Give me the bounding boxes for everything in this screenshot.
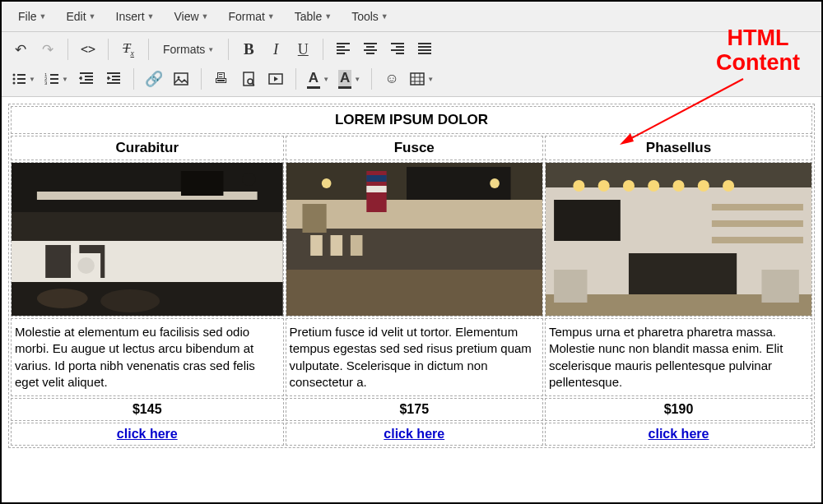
price-cell[interactable]: $190 bbox=[545, 398, 812, 421]
content-table[interactable]: LOREM IPSUM DOLOR Curabitur Fusce Phasel… bbox=[8, 104, 815, 448]
menu-insert[interactable]: Insert▼ bbox=[106, 5, 165, 28]
align-left-icon bbox=[336, 42, 351, 57]
price-cell[interactable]: $145 bbox=[11, 398, 284, 421]
source-code-button[interactable]: <> bbox=[76, 37, 100, 62]
cafe-image-3 bbox=[546, 163, 811, 316]
svg-point-38 bbox=[490, 178, 500, 188]
table-button[interactable]: ▼ bbox=[407, 67, 437, 91]
menu-tools[interactable]: Tools▼ bbox=[342, 5, 398, 28]
svg-rect-55 bbox=[761, 270, 798, 303]
description-cell[interactable]: Pretium fusce id velit ut tortor. Elemen… bbox=[286, 318, 543, 396]
chevron-down-icon: ▼ bbox=[147, 12, 155, 21]
menu-view[interactable]: View▼ bbox=[164, 5, 218, 28]
link-cell[interactable]: click here bbox=[286, 423, 543, 446]
media-button[interactable] bbox=[263, 67, 288, 91]
align-left-button[interactable] bbox=[331, 37, 356, 62]
svg-rect-23 bbox=[181, 171, 223, 196]
toolbar: ↶ ↷ <> Tx Formats▼ B I U ▼ 123▼ 🔗 🖶 A▼ A… bbox=[2, 32, 821, 97]
formats-dropdown[interactable]: Formats▼ bbox=[156, 37, 221, 62]
svg-rect-16 bbox=[45, 245, 71, 278]
outdent-button[interactable] bbox=[74, 67, 99, 91]
indent-button[interactable] bbox=[101, 67, 126, 91]
svg-rect-35 bbox=[286, 270, 542, 316]
italic-icon: I bbox=[273, 40, 278, 58]
emoticons-button[interactable]: ☺ bbox=[379, 67, 404, 91]
text-color-button[interactable]: A▼ bbox=[304, 67, 332, 91]
svg-point-37 bbox=[321, 178, 331, 188]
column-heading[interactable]: Fusce bbox=[286, 136, 543, 160]
description-cell[interactable]: Tempus urna et pharetra pharetra massa. … bbox=[545, 318, 812, 396]
menu-format[interactable]: Format▼ bbox=[218, 5, 284, 28]
separator bbox=[133, 68, 134, 90]
link-cell[interactable]: click here bbox=[11, 423, 284, 446]
svg-rect-52 bbox=[629, 253, 737, 294]
menu-edit[interactable]: Edit▼ bbox=[56, 5, 105, 28]
click-here-link[interactable]: click here bbox=[384, 427, 444, 441]
separator bbox=[67, 39, 68, 60]
image-cell[interactable] bbox=[11, 162, 284, 317]
separator bbox=[148, 39, 149, 60]
bold-button[interactable]: B bbox=[236, 37, 261, 62]
clear-formatting-button[interactable]: Tx bbox=[116, 37, 141, 62]
redo-button[interactable]: ↷ bbox=[35, 37, 60, 62]
svg-rect-54 bbox=[554, 270, 587, 303]
menu-file[interactable]: File▼ bbox=[8, 5, 56, 28]
svg-rect-11 bbox=[411, 73, 424, 85]
svg-point-41 bbox=[573, 180, 584, 192]
chevron-down-icon: ▼ bbox=[324, 12, 332, 21]
price-cell[interactable]: $175 bbox=[286, 398, 543, 421]
separator bbox=[108, 39, 109, 60]
editor-content[interactable]: LOREM IPSUM DOLOR Curabitur Fusce Phasel… bbox=[2, 97, 821, 455]
chevron-down-icon: ▼ bbox=[89, 12, 96, 21]
image-button[interactable] bbox=[169, 67, 193, 91]
bullet-list-button[interactable]: ▼ bbox=[8, 67, 39, 91]
numbered-list-button[interactable]: 123▼ bbox=[41, 67, 72, 91]
print-button[interactable]: 🖶 bbox=[209, 67, 234, 91]
svg-rect-34 bbox=[350, 235, 362, 256]
column-heading[interactable]: Phasellus bbox=[545, 136, 812, 160]
chevron-down-icon: ▼ bbox=[40, 12, 47, 21]
svg-rect-31 bbox=[286, 229, 542, 270]
click-here-link[interactable]: click here bbox=[117, 427, 178, 441]
align-justify-button[interactable] bbox=[412, 37, 437, 62]
link-cell[interactable]: click here bbox=[545, 423, 812, 446]
italic-button[interactable]: I bbox=[263, 37, 288, 62]
table-title[interactable]: LOREM IPSUM DOLOR bbox=[11, 106, 812, 134]
description-cell[interactable]: Molestie at elementum eu facilisis sed o… bbox=[11, 318, 284, 396]
align-center-button[interactable] bbox=[358, 37, 383, 62]
align-right-button[interactable] bbox=[385, 37, 410, 62]
column-heading[interactable]: Curabitur bbox=[11, 136, 284, 160]
svg-point-2 bbox=[13, 82, 16, 85]
cafe-image-2 bbox=[286, 163, 542, 316]
preview-button[interactable] bbox=[236, 67, 261, 91]
separator bbox=[371, 68, 372, 90]
svg-rect-48 bbox=[554, 200, 621, 241]
chevron-down-icon: ▼ bbox=[323, 76, 329, 83]
background-color-button[interactable]: A▼ bbox=[335, 67, 364, 91]
svg-text:3: 3 bbox=[44, 81, 48, 86]
svg-rect-32 bbox=[310, 235, 323, 256]
table-icon bbox=[410, 72, 425, 86]
clear-format-icon: Tx bbox=[123, 40, 134, 58]
menu-table[interactable]: Table▼ bbox=[285, 5, 342, 28]
click-here-link[interactable]: click here bbox=[649, 427, 709, 441]
align-right-icon bbox=[390, 42, 405, 57]
svg-point-1 bbox=[13, 78, 16, 81]
image-cell[interactable] bbox=[286, 162, 543, 317]
separator bbox=[201, 68, 202, 90]
indent-icon bbox=[106, 72, 121, 86]
undo-icon: ↶ bbox=[15, 41, 26, 58]
svg-rect-14 bbox=[37, 192, 258, 200]
image-cell[interactable] bbox=[545, 162, 812, 317]
link-button[interactable]: 🔗 bbox=[142, 67, 166, 91]
svg-point-47 bbox=[723, 180, 734, 192]
redo-icon: ↷ bbox=[42, 41, 53, 58]
svg-rect-28 bbox=[366, 175, 386, 182]
text-color-icon: A bbox=[307, 70, 320, 89]
undo-button[interactable]: ↶ bbox=[8, 37, 33, 62]
underline-button[interactable]: U bbox=[291, 37, 315, 62]
svg-point-44 bbox=[648, 180, 659, 192]
svg-point-0 bbox=[13, 74, 16, 76]
chevron-down-icon: ▼ bbox=[29, 76, 35, 83]
chevron-down-icon: ▼ bbox=[62, 76, 68, 83]
